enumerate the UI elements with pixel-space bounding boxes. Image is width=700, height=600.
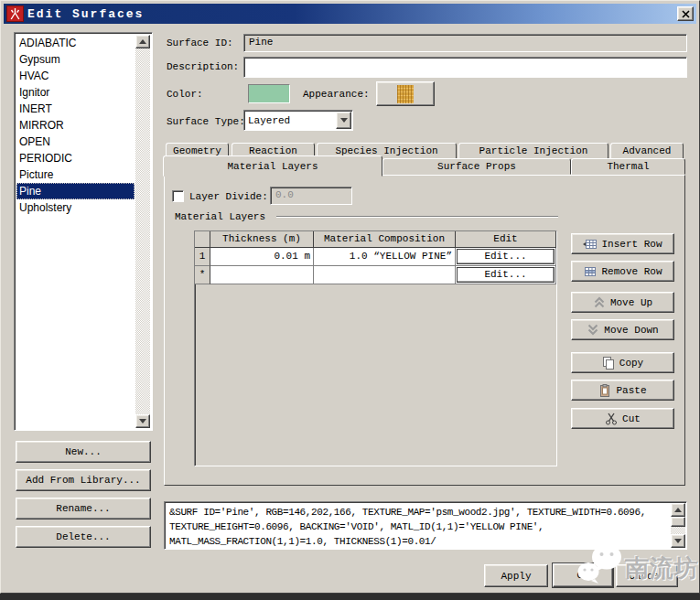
thickness-cell[interactable] <box>210 266 314 284</box>
desktop-edge <box>0 594 700 600</box>
scroll-up-button[interactable] <box>671 503 685 517</box>
layer-divide-input[interactable]: 0.0 <box>270 187 352 205</box>
surface-type-select[interactable]: Layered <box>243 110 353 131</box>
material-layers-table: Thickness (m) Material Composition Edit … <box>194 230 557 466</box>
surface-list: ADIABATIC Gypsum HVAC Ignitor INERT MIRR… <box>14 32 153 431</box>
col-thickness: Thickness (m) <box>210 231 314 248</box>
col-edit: Edit <box>456 231 556 248</box>
move-up-button[interactable]: Move Up <box>571 292 674 313</box>
col-material-composition: Material Composition <box>314 231 456 248</box>
close-icon <box>682 10 690 18</box>
copy-icon <box>602 357 615 370</box>
appearance-button[interactable] <box>376 81 435 106</box>
list-item[interactable]: Gypsum <box>16 51 135 68</box>
button-label: Insert Row <box>601 239 662 250</box>
list-item[interactable]: Picture <box>16 166 135 183</box>
list-item[interactable]: ADIABATIC <box>16 35 135 51</box>
wood-texture-icon <box>397 85 414 103</box>
table-row: 1 0.01 m 1.0 “YELLOW PINE” Edit... <box>195 248 556 266</box>
fds-scrollbar[interactable] <box>671 503 685 548</box>
button-label: Remove Row <box>601 266 662 277</box>
list-item[interactable]: INERT <box>16 101 135 117</box>
composition-cell[interactable]: 1.0 “YELLOW PINE” <box>314 248 456 266</box>
composition-cell[interactable] <box>314 266 456 284</box>
tab-material-layers[interactable]: Material Layers <box>163 155 382 177</box>
list-item[interactable]: OPEN <box>16 134 135 150</box>
edit-surfaces-dialog: Edit Surfaces ADIABATIC Gypsum HVAC Igni… <box>0 0 700 594</box>
edit-row-button[interactable]: Edit... <box>457 267 555 283</box>
fds-line: MATL_MASS_FRACTION(1,1)=1.0, THICKNESS(1… <box>169 534 666 547</box>
layer-divide-checkbox[interactable] <box>172 190 184 202</box>
edit-row-button[interactable]: Edit... <box>457 249 555 264</box>
move-down-button[interactable]: Move Down <box>571 319 674 340</box>
surface-type-value: Layered <box>248 112 290 129</box>
surface-id-field[interactable]: Pine <box>243 34 687 52</box>
button-label: Move Down <box>604 325 658 336</box>
rename-button[interactable]: Rename... <box>16 498 151 520</box>
delete-button[interactable]: Delete... <box>16 526 151 548</box>
ok-button[interactable]: OK <box>553 563 613 587</box>
cancel-button[interactable]: Cancel <box>616 564 678 587</box>
row-number: * <box>195 266 210 284</box>
surface-type-label: Surface Type: <box>167 116 245 127</box>
surface-id-label: Surface ID: <box>167 38 233 48</box>
row-header-corner <box>195 231 210 248</box>
move-up-icon <box>593 296 606 308</box>
new-button[interactable]: New... <box>16 441 151 463</box>
arrow-down-icon <box>674 539 682 547</box>
list-item[interactable]: PERIODIC <box>16 150 135 166</box>
apply-button[interactable]: Apply <box>484 564 548 587</box>
insert-row-icon <box>583 239 597 250</box>
button-label: Move Up <box>610 297 652 308</box>
remove-row-icon <box>583 266 597 277</box>
list-item[interactable]: MIRROR <box>16 117 135 134</box>
description-input[interactable] <box>243 57 687 78</box>
chevron-down-icon <box>340 118 348 126</box>
move-down-icon <box>587 324 599 336</box>
insert-row-button[interactable]: Insert Row <box>571 233 674 254</box>
scroll-down-button[interactable] <box>671 534 685 548</box>
title-bar: Edit Surfaces <box>4 4 696 24</box>
list-item[interactable]: Ignitor <box>16 84 135 101</box>
list-item[interactable]: HVAC <box>16 68 135 84</box>
color-swatch[interactable] <box>248 84 290 103</box>
surface-type-dropdown-button[interactable] <box>336 112 351 129</box>
add-from-library-button[interactable]: Add From Library... <box>16 469 151 491</box>
list-item-selected[interactable]: Pine <box>16 183 135 199</box>
list-item[interactable]: Upholstery <box>16 199 135 216</box>
fds-line: &SURF ID='Pine', RGB=146,202,166, TEXTUR… <box>169 505 666 520</box>
app-fire-icon <box>6 5 24 22</box>
scroll-down-button[interactable] <box>135 414 150 428</box>
row-number: 1 <box>195 248 210 266</box>
close-button[interactable] <box>677 6 694 21</box>
edit-cell: Edit... <box>456 266 556 284</box>
list-scrollbar[interactable] <box>135 35 150 428</box>
button-label: Cut <box>622 413 641 424</box>
tab-thermal[interactable]: Thermal <box>571 158 685 175</box>
thickness-cell[interactable]: 0.01 m <box>210 248 314 266</box>
scroll-thumb[interactable] <box>671 517 685 527</box>
material-layers-panel: Layer Divide: 0.0 Material Layers Thickn… <box>164 175 685 486</box>
table-row: * Edit... <box>195 266 556 284</box>
arrow-up-icon <box>139 36 146 44</box>
scroll-up-button[interactable] <box>135 35 150 48</box>
edit-cell: Edit... <box>456 248 556 266</box>
layer-divide-label: Layer Divide: <box>189 191 268 202</box>
arrow-down-icon <box>139 419 146 427</box>
fds-record-preview[interactable]: &SURF ID='Pine', RGB=146,202,166, TEXTUR… <box>164 501 687 550</box>
button-label: Paste <box>616 385 646 396</box>
description-label: Description: <box>167 61 239 72</box>
button-label: Copy <box>619 358 643 369</box>
paste-button[interactable]: Paste <box>571 380 674 401</box>
copy-button[interactable]: Copy <box>571 352 674 373</box>
paste-icon <box>598 384 611 397</box>
fds-line: TEXTURE_HEIGHT=0.6096, BACKING='VOID', M… <box>169 520 666 534</box>
cut-button[interactable]: Cut <box>571 408 674 429</box>
remove-row-button[interactable]: Remove Row <box>571 261 674 282</box>
group-divider <box>276 216 558 217</box>
tab-surface-props[interactable]: Surface Props <box>382 158 571 175</box>
surface-list-items: ADIABATIC Gypsum HVAC Ignitor INERT MIRR… <box>16 35 135 428</box>
cut-icon <box>605 412 618 425</box>
fds-record-text: &SURF ID='Pine', RGB=146,202,166, TEXTUR… <box>167 504 669 547</box>
screen: Edit Surfaces ADIABATIC Gypsum HVAC Igni… <box>0 0 700 600</box>
